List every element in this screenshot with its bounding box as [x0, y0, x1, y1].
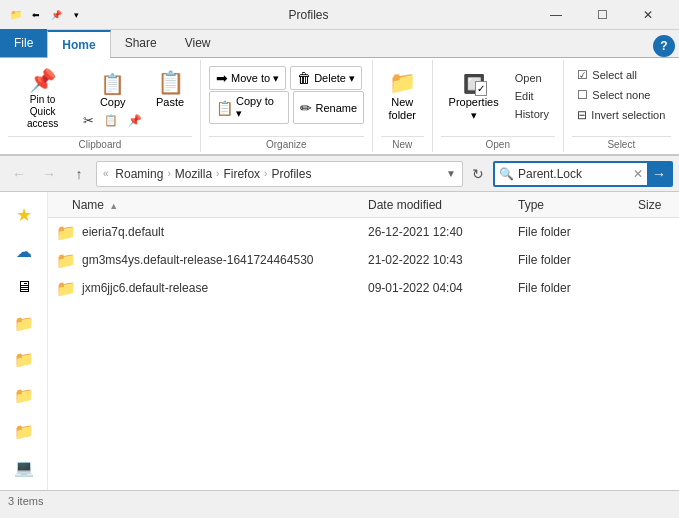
pin-to-quick-access-button[interactable]: 📌 Pin to Quickaccess: [8, 66, 77, 134]
file-type: File folder: [518, 281, 638, 295]
up-button[interactable]: ↑: [66, 161, 92, 187]
file-type: File folder: [518, 253, 638, 267]
select-label: Select: [572, 136, 671, 150]
file-name: jxm6jjc6.default-release: [82, 281, 208, 295]
pin-label: Pin to Quickaccess: [16, 94, 69, 130]
sidebar-item-folder1[interactable]: 📁: [6, 308, 42, 338]
paste-icon: 📋: [157, 70, 184, 96]
new-folder-label: Newfolder: [389, 96, 417, 122]
properties-button[interactable]: 🔲 ✓ Properties▾: [441, 66, 507, 126]
folder-icon: 📁: [56, 251, 76, 270]
file-date: 21-02-2022 10:43: [368, 253, 518, 267]
delete-icon: 🗑: [297, 70, 311, 86]
col-header-type[interactable]: Type: [518, 198, 638, 212]
sidebar-item-folder4[interactable]: 📁: [6, 416, 42, 446]
dropdown-icon: ▾: [68, 7, 84, 23]
col-name-label: Name: [72, 198, 104, 212]
refresh-button[interactable]: ↻: [467, 163, 489, 185]
select-all-icon: ☑: [577, 68, 588, 82]
new-buttons: 📁 Newfolder: [381, 64, 425, 134]
address-chevron-left: «: [103, 168, 111, 179]
copy-paste-col: 📋 Copy ✂ 📋 📌: [79, 66, 146, 131]
copy-to-button[interactable]: 📋 Copy to ▾: [209, 91, 289, 124]
close-button[interactable]: ✕: [625, 0, 671, 30]
move-to-label: Move to ▾: [231, 72, 279, 85]
history-button[interactable]: History: [509, 106, 555, 122]
select-all-button[interactable]: ☑ Select all: [571, 66, 671, 84]
copy-to-label: Copy to ▾: [236, 95, 282, 120]
new-folder-button[interactable]: 📁 Newfolder: [381, 66, 425, 126]
tab-view[interactable]: View: [171, 29, 225, 57]
forward-button[interactable]: →: [36, 161, 62, 187]
organize-group: ➡ Move to ▾ 🗑 Delete ▾ 📋 Copy to ▾ ✏: [201, 60, 373, 152]
properties-label: Properties▾: [449, 96, 499, 122]
tab-share[interactable]: Share: [111, 29, 171, 57]
edit-button[interactable]: Edit: [509, 88, 555, 104]
col-header-date[interactable]: Date modified: [368, 198, 518, 212]
file-row[interactable]: 📁 eieria7q.default 26-12-2021 12:40 File…: [48, 218, 679, 246]
folder-icon: 📁: [56, 223, 76, 242]
sidebar-item-folder3[interactable]: 📁: [6, 380, 42, 410]
search-go-button[interactable]: →: [647, 163, 671, 185]
address-part-firefox[interactable]: Firefox: [223, 167, 260, 181]
copy-path-icon: 📋: [104, 114, 118, 127]
new-group: 📁 Newfolder New: [373, 60, 433, 152]
back-button[interactable]: ←: [6, 161, 32, 187]
address-sep-1: ›: [167, 168, 170, 179]
rename-button[interactable]: ✏ Rename: [293, 91, 363, 124]
paste-label: Paste: [156, 96, 184, 108]
copy-path-button[interactable]: 📋: [100, 112, 122, 129]
open-buttons: 🔲 ✓ Properties▾ Open Edit Histo: [441, 64, 555, 134]
address-dropdown-chevron[interactable]: ▼: [446, 168, 456, 179]
col-header-size[interactable]: Size: [638, 198, 679, 212]
invert-selection-button[interactable]: ⊟ Invert selection: [571, 106, 671, 124]
help-button[interactable]: ?: [653, 35, 675, 57]
sidebar-item-star[interactable]: ★: [6, 200, 42, 230]
tab-home[interactable]: Home: [47, 30, 110, 58]
delete-button[interactable]: 🗑 Delete ▾: [290, 66, 362, 90]
cut-button[interactable]: ✂: [79, 112, 98, 129]
address-part-roaming[interactable]: Roaming: [115, 167, 163, 181]
minimize-button[interactable]: —: [533, 0, 579, 30]
sidebar-item-desktop[interactable]: 🖥: [6, 272, 42, 302]
ribbon-content: 📌 Pin to Quickaccess 📋 Copy ✂ 📋: [0, 58, 679, 155]
copy-button[interactable]: 📋 Copy: [79, 68, 146, 112]
col-header-name[interactable]: Name ▲: [48, 198, 368, 212]
folder-icon: 📁: [56, 279, 76, 298]
rename-icon: ✏: [300, 100, 312, 116]
maximize-button[interactable]: ☐: [579, 0, 625, 30]
sidebar-item-cloud[interactable]: ☁: [6, 236, 42, 266]
file-row[interactable]: 📁 gm3ms4ys.default-release-1641724464530…: [48, 246, 679, 274]
col-size-label: Size: [638, 198, 661, 212]
address-part-profiles[interactable]: Profiles: [271, 167, 311, 181]
sidebar-item-computer[interactable]: 💻: [6, 452, 42, 482]
select-none-button[interactable]: ☐ Select none: [571, 86, 671, 104]
sidebar-item-folder2[interactable]: 📁: [6, 344, 42, 374]
paste-shortcut-button[interactable]: 📌: [124, 112, 146, 129]
file-name-cell: 📁 eieria7q.default: [48, 223, 368, 242]
tab-file[interactable]: File: [0, 29, 47, 57]
open-button[interactable]: Open: [509, 70, 555, 86]
file-row[interactable]: 📁 jxm6jjc6.default-release 09-01-2022 04…: [48, 274, 679, 302]
select-buttons: ☑ Select all ☐ Select none ⊟ Invert sele…: [571, 64, 671, 134]
sidebar: ★ ☁ 🖥 📁 📁 📁 📁 💻: [0, 192, 48, 490]
window-title: Profiles: [84, 8, 533, 22]
window-controls[interactable]: — ☐ ✕: [533, 0, 671, 30]
address-sep-2: ›: [216, 168, 219, 179]
move-to-button[interactable]: ➡ Move to ▾: [209, 66, 286, 90]
address-bar[interactable]: « Roaming › Mozilla › Firefox › Profiles…: [96, 161, 463, 187]
address-sep-3: ›: [264, 168, 267, 179]
rename-label: Rename: [315, 102, 357, 114]
paste-button[interactable]: 📋 Paste: [148, 66, 192, 112]
invert-label: Invert selection: [591, 109, 665, 121]
clipboard-group: 📌 Pin to Quickaccess 📋 Copy ✂ 📋: [0, 60, 201, 152]
select-group: ☑ Select all ☐ Select none ⊟ Invert sele…: [564, 60, 679, 152]
pin-icon: 📌: [48, 7, 64, 23]
search-clear-button[interactable]: ✕: [633, 167, 643, 181]
organize-buttons: ➡ Move to ▾ 🗑 Delete ▾ 📋 Copy to ▾ ✏: [209, 64, 364, 134]
search-bar[interactable]: 🔍 Parent.Lock ✕ →: [493, 161, 673, 187]
address-part-mozilla[interactable]: Mozilla: [175, 167, 212, 181]
main-content: Name ▲ Date modified Type Size 📁 eieria7…: [48, 192, 679, 490]
paste-shortcut-icon: 📌: [128, 114, 142, 127]
status-text: 3 items: [8, 495, 43, 507]
